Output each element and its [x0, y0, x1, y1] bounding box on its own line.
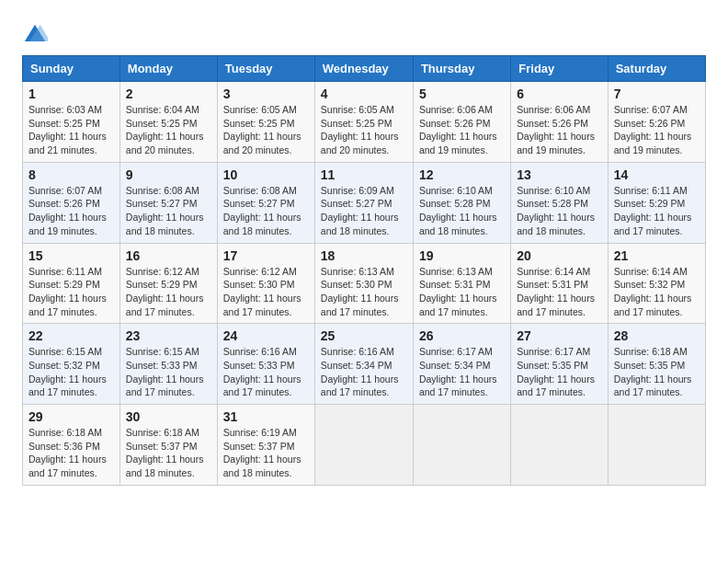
day-info: Sunrise: 6:09 AM Sunset: 5:27 PM Dayligh…: [321, 184, 407, 238]
day-number: 23: [126, 328, 211, 343]
day-number: 8: [28, 167, 114, 182]
day-info: Sunrise: 6:10 AM Sunset: 5:28 PM Dayligh…: [419, 184, 505, 238]
page-header: [22, 18, 706, 48]
day-info: Sunrise: 6:18 AM Sunset: 5:35 PM Dayligh…: [614, 345, 700, 399]
day-info: Sunrise: 6:11 AM Sunset: 5:29 PM Dayligh…: [614, 184, 700, 238]
day-info: Sunrise: 6:19 AM Sunset: 5:37 PM Dayligh…: [223, 426, 309, 480]
calendar-week-2: 8Sunrise: 6:07 AM Sunset: 5:26 PM Daylig…: [23, 162, 706, 243]
calendar-week-5: 29Sunrise: 6:18 AM Sunset: 5:36 PM Dayli…: [23, 405, 706, 486]
day-number: 7: [614, 86, 700, 101]
calendar-week-4: 22Sunrise: 6:15 AM Sunset: 5:32 PM Dayli…: [23, 324, 706, 405]
day-info: Sunrise: 6:04 AM Sunset: 5:25 PM Dayligh…: [126, 103, 211, 157]
calendar-cell: 18Sunrise: 6:13 AM Sunset: 5:30 PM Dayli…: [314, 243, 413, 324]
calendar-cell: 29Sunrise: 6:18 AM Sunset: 5:36 PM Dayli…: [23, 405, 120, 486]
day-number: 9: [126, 167, 211, 182]
day-info: Sunrise: 6:18 AM Sunset: 5:37 PM Dayligh…: [126, 426, 211, 480]
day-info: Sunrise: 6:10 AM Sunset: 5:28 PM Dayligh…: [517, 184, 601, 238]
calendar-header-row: SundayMondayTuesdayWednesdayThursdayFrid…: [23, 56, 706, 82]
calendar-cell: 31Sunrise: 6:19 AM Sunset: 5:37 PM Dayli…: [217, 405, 314, 486]
calendar-cell: 11Sunrise: 6:09 AM Sunset: 5:27 PM Dayli…: [314, 162, 413, 243]
calendar-cell: 3Sunrise: 6:05 AM Sunset: 5:25 PM Daylig…: [217, 82, 314, 163]
logo: [22, 22, 51, 48]
calendar-week-3: 15Sunrise: 6:11 AM Sunset: 5:29 PM Dayli…: [23, 243, 706, 324]
calendar-cell: 25Sunrise: 6:16 AM Sunset: 5:34 PM Dayli…: [314, 324, 413, 405]
day-info: Sunrise: 6:12 AM Sunset: 5:29 PM Dayligh…: [126, 265, 211, 319]
calendar-cell: 22Sunrise: 6:15 AM Sunset: 5:32 PM Dayli…: [23, 324, 120, 405]
day-info: Sunrise: 6:13 AM Sunset: 5:31 PM Dayligh…: [419, 265, 505, 319]
calendar-cell: 15Sunrise: 6:11 AM Sunset: 5:29 PM Dayli…: [23, 243, 120, 324]
calendar-cell: [608, 405, 705, 486]
calendar-cell: 2Sunrise: 6:04 AM Sunset: 5:25 PM Daylig…: [119, 82, 217, 163]
day-number: 14: [614, 167, 700, 182]
day-info: Sunrise: 6:07 AM Sunset: 5:26 PM Dayligh…: [28, 184, 114, 238]
calendar-cell: 10Sunrise: 6:08 AM Sunset: 5:27 PM Dayli…: [217, 162, 314, 243]
day-info: Sunrise: 6:14 AM Sunset: 5:32 PM Dayligh…: [614, 265, 700, 319]
day-number: 12: [419, 167, 505, 182]
calendar-cell: 19Sunrise: 6:13 AM Sunset: 5:31 PM Dayli…: [413, 243, 510, 324]
calendar-cell: 27Sunrise: 6:17 AM Sunset: 5:35 PM Dayli…: [511, 324, 608, 405]
calendar-cell: 8Sunrise: 6:07 AM Sunset: 5:26 PM Daylig…: [23, 162, 120, 243]
calendar-cell: 14Sunrise: 6:11 AM Sunset: 5:29 PM Dayli…: [608, 162, 705, 243]
day-number: 13: [517, 167, 601, 182]
column-header-friday: Friday: [511, 56, 608, 82]
calendar-cell: 21Sunrise: 6:14 AM Sunset: 5:32 PM Dayli…: [608, 243, 705, 324]
day-number: 11: [321, 167, 407, 182]
day-number: 10: [223, 167, 309, 182]
day-number: 1: [28, 86, 114, 101]
day-number: 25: [321, 328, 407, 343]
day-info: Sunrise: 6:15 AM Sunset: 5:33 PM Dayligh…: [126, 345, 211, 399]
calendar-cell: 9Sunrise: 6:08 AM Sunset: 5:27 PM Daylig…: [119, 162, 217, 243]
day-number: 29: [28, 409, 114, 424]
day-info: Sunrise: 6:03 AM Sunset: 5:25 PM Dayligh…: [28, 103, 114, 157]
day-number: 27: [517, 328, 601, 343]
calendar-cell: 24Sunrise: 6:16 AM Sunset: 5:33 PM Dayli…: [217, 324, 314, 405]
column-header-saturday: Saturday: [608, 56, 705, 82]
day-number: 15: [28, 248, 114, 263]
calendar-cell: [413, 405, 510, 486]
day-info: Sunrise: 6:06 AM Sunset: 5:26 PM Dayligh…: [419, 103, 505, 157]
day-info: Sunrise: 6:14 AM Sunset: 5:31 PM Dayligh…: [517, 265, 601, 319]
calendar-cell: 16Sunrise: 6:12 AM Sunset: 5:29 PM Dayli…: [119, 243, 217, 324]
day-number: 19: [419, 248, 505, 263]
day-number: 4: [321, 86, 407, 101]
day-number: 21: [614, 248, 700, 263]
day-number: 30: [126, 409, 211, 424]
day-info: Sunrise: 6:12 AM Sunset: 5:30 PM Dayligh…: [223, 265, 309, 319]
day-number: 28: [614, 328, 700, 343]
day-number: 18: [321, 248, 407, 263]
calendar-cell: [314, 405, 413, 486]
day-number: 16: [126, 248, 211, 263]
calendar-cell: 6Sunrise: 6:06 AM Sunset: 5:26 PM Daylig…: [511, 82, 608, 163]
day-info: Sunrise: 6:05 AM Sunset: 5:25 PM Dayligh…: [223, 103, 309, 157]
calendar-cell: 30Sunrise: 6:18 AM Sunset: 5:37 PM Dayli…: [119, 405, 217, 486]
day-info: Sunrise: 6:05 AM Sunset: 5:25 PM Dayligh…: [321, 103, 407, 157]
calendar-table: SundayMondayTuesdayWednesdayThursdayFrid…: [22, 55, 706, 486]
calendar-cell: 5Sunrise: 6:06 AM Sunset: 5:26 PM Daylig…: [413, 82, 510, 163]
calendar-cell: 13Sunrise: 6:10 AM Sunset: 5:28 PM Dayli…: [511, 162, 608, 243]
calendar-cell: 1Sunrise: 6:03 AM Sunset: 5:25 PM Daylig…: [23, 82, 120, 163]
day-number: 31: [223, 409, 309, 424]
day-number: 6: [517, 86, 601, 101]
day-number: 2: [126, 86, 211, 101]
day-info: Sunrise: 6:16 AM Sunset: 5:33 PM Dayligh…: [223, 345, 309, 399]
day-number: 20: [517, 248, 601, 263]
column-header-thursday: Thursday: [413, 56, 510, 82]
calendar-cell: 17Sunrise: 6:12 AM Sunset: 5:30 PM Dayli…: [217, 243, 314, 324]
calendar-cell: [511, 405, 608, 486]
calendar-cell: 12Sunrise: 6:10 AM Sunset: 5:28 PM Dayli…: [413, 162, 510, 243]
day-info: Sunrise: 6:07 AM Sunset: 5:26 PM Dayligh…: [614, 103, 700, 157]
calendar-week-1: 1Sunrise: 6:03 AM Sunset: 5:25 PM Daylig…: [23, 82, 706, 163]
day-number: 5: [419, 86, 505, 101]
calendar-cell: 7Sunrise: 6:07 AM Sunset: 5:26 PM Daylig…: [608, 82, 705, 163]
day-number: 17: [223, 248, 309, 263]
day-info: Sunrise: 6:17 AM Sunset: 5:35 PM Dayligh…: [517, 345, 601, 399]
day-info: Sunrise: 6:08 AM Sunset: 5:27 PM Dayligh…: [223, 184, 309, 238]
day-info: Sunrise: 6:16 AM Sunset: 5:34 PM Dayligh…: [321, 345, 407, 399]
day-info: Sunrise: 6:08 AM Sunset: 5:27 PM Dayligh…: [126, 184, 211, 238]
day-info: Sunrise: 6:17 AM Sunset: 5:34 PM Dayligh…: [419, 345, 505, 399]
logo-icon: [22, 22, 48, 48]
column-header-sunday: Sunday: [23, 56, 120, 82]
calendar-cell: 4Sunrise: 6:05 AM Sunset: 5:25 PM Daylig…: [314, 82, 413, 163]
calendar-cell: 26Sunrise: 6:17 AM Sunset: 5:34 PM Dayli…: [413, 324, 510, 405]
day-number: 22: [28, 328, 114, 343]
